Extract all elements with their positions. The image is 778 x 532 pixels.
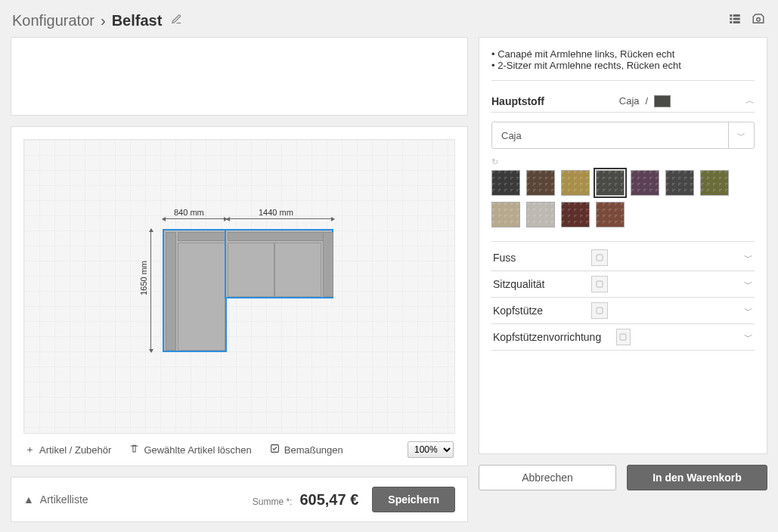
left-footer-bar: ▲ Artikelliste Summe *: 605,47 € Speiche… (11, 477, 468, 522)
option-thumb-sitzqual (591, 276, 608, 292)
svg-rect-9 (597, 281, 603, 287)
zoom-select[interactable]: 100% (408, 441, 454, 458)
chevron-down-icon: ﹀ (744, 252, 753, 264)
floorplan-canvas[interactable]: 840 mm 1440 mm 1650 mm 930 mm (23, 139, 455, 434)
svg-rect-2 (730, 18, 732, 20)
delete-selected-button[interactable]: Gewählte Artikel löschen (129, 443, 251, 456)
article-list-toggle[interactable]: ▲ Artikelliste (23, 493, 88, 506)
svg-rect-4 (730, 21, 732, 23)
floorplan-panel: 840 mm 1440 mm 1650 mm 930 mm (11, 126, 468, 466)
check-icon (270, 444, 280, 456)
fabric-family-value: Caja (492, 130, 728, 141)
svg-rect-0 (730, 14, 732, 17)
add-article-button[interactable]: ＋ Artikel / Zubehör (25, 443, 111, 456)
chevron-down-icon: ﹀ (744, 278, 753, 291)
dim-line-htotal (150, 229, 151, 352)
piece-two-seater[interactable] (225, 229, 333, 298)
option-thumb-kopfstuetze (591, 302, 608, 319)
section-hauptstoff-title: Hauptstoff (491, 95, 544, 107)
snapshot-icon[interactable] (751, 12, 766, 29)
plus-icon: ＋ (25, 443, 35, 456)
swatch-caja-plum[interactable] (631, 170, 659, 196)
swatch-caja-rust[interactable] (596, 202, 625, 227)
dim-w1: 840 mm (174, 208, 204, 217)
svg-rect-3 (733, 18, 740, 20)
option-thumb-fuss (591, 249, 608, 266)
swatch-caja-mustard[interactable] (561, 170, 590, 196)
option-row-kopfstuetze[interactable]: Kopfstütze﹀ (491, 298, 755, 324)
svg-rect-5 (733, 21, 740, 23)
chevron-down-icon: ﹀ (744, 331, 753, 344)
breadcrumb-sep: › (101, 12, 106, 29)
option-row-sitzqual[interactable]: Sitzqualität﹀ (491, 271, 755, 298)
swatch-caja-charcoal[interactable] (596, 170, 625, 196)
breadcrumb: Konfigurator › Belfast (12, 12, 182, 29)
config-item-1: 2-Sitzer mit Armlehne rechts, Rücken ech… (491, 60, 755, 71)
option-label-kopfstuetze: Kopfstütze (493, 305, 543, 317)
hauptstoff-sep: / (646, 95, 649, 107)
hauptstoff-current-swatch (654, 95, 671, 107)
add-to-cart-button[interactable]: In den Warenkorb (627, 465, 767, 490)
configuration-list: Canapé mit Armlehne links, Rücken echt 2… (491, 48, 755, 81)
option-thumb-kopfvor (616, 329, 630, 345)
option-label-kopfvor: Kopfstützenvorrichtung (493, 331, 601, 343)
svg-rect-1 (733, 14, 740, 17)
list-view-icon[interactable] (728, 12, 742, 29)
trash-icon (129, 444, 139, 456)
swatch-caja-anthracite[interactable] (665, 170, 694, 196)
save-button[interactable]: Speichern (372, 487, 455, 512)
toggle-dimensions-label: Bemaßungen (284, 444, 343, 456)
section-hauptstoff-header[interactable]: Hauptstoff Caja / ︿ (491, 90, 755, 113)
sum-value: 605,47 € (299, 491, 358, 509)
option-label-sitzqual: Sitzqualität (493, 278, 544, 290)
chevron-up-icon[interactable]: ︿ (745, 94, 755, 107)
breadcrumb-root[interactable]: Konfigurator (12, 12, 95, 29)
swatch-caja-wine[interactable] (561, 202, 590, 227)
sofa-assembly[interactable] (163, 229, 333, 352)
piece-canape[interactable] (163, 229, 227, 352)
option-row-fuss[interactable]: Fuss﹀ (491, 245, 755, 271)
cancel-button[interactable]: Abbrechen (479, 465, 616, 490)
svg-rect-11 (620, 334, 626, 340)
refresh-icon[interactable]: ↻ (491, 157, 498, 167)
dim-line-w1 (163, 218, 227, 219)
option-row-kopfvor[interactable]: Kopfstützenvorrichtung﹀ (491, 324, 755, 351)
svg-rect-10 (597, 308, 603, 314)
preview-3d-panel (11, 37, 468, 116)
swatch-caja-brown[interactable] (526, 170, 555, 196)
config-item-0: Canapé mit Armlehne links, Rücken echt (491, 48, 755, 60)
add-article-label: Artikel / Zubehör (39, 444, 111, 456)
dim-line-w2 (227, 218, 334, 219)
breadcrumb-current: Belfast (112, 12, 163, 29)
fabric-family-select[interactable]: Caja ﹀ (491, 122, 755, 149)
swatch-caja-dark-grey[interactable] (491, 170, 520, 196)
option-label-fuss: Fuss (493, 252, 516, 264)
dim-htotal: 1650 mm (139, 261, 148, 295)
swatch-caja-light-grey[interactable] (526, 202, 555, 227)
article-list-label: Artikelliste (40, 493, 88, 506)
hauptstoff-current-name: Caja (619, 95, 640, 107)
swatch-caja-sand[interactable] (491, 202, 520, 227)
chevron-down-icon: ﹀ (744, 305, 753, 317)
edit-name-icon[interactable] (171, 14, 182, 28)
triangle-up-icon: ▲ (23, 493, 34, 506)
delete-selected-label: Gewählte Artikel löschen (144, 444, 251, 456)
swatch-caja-olive[interactable] (700, 170, 729, 196)
toggle-dimensions-button[interactable]: Bemaßungen (270, 443, 343, 456)
svg-point-6 (757, 18, 761, 22)
swatch-grid (491, 170, 755, 242)
svg-rect-8 (597, 255, 603, 261)
dim-w2: 1440 mm (259, 208, 293, 217)
chevron-down-icon: ﹀ (728, 122, 754, 148)
sum-label: Summe *: (253, 496, 293, 507)
